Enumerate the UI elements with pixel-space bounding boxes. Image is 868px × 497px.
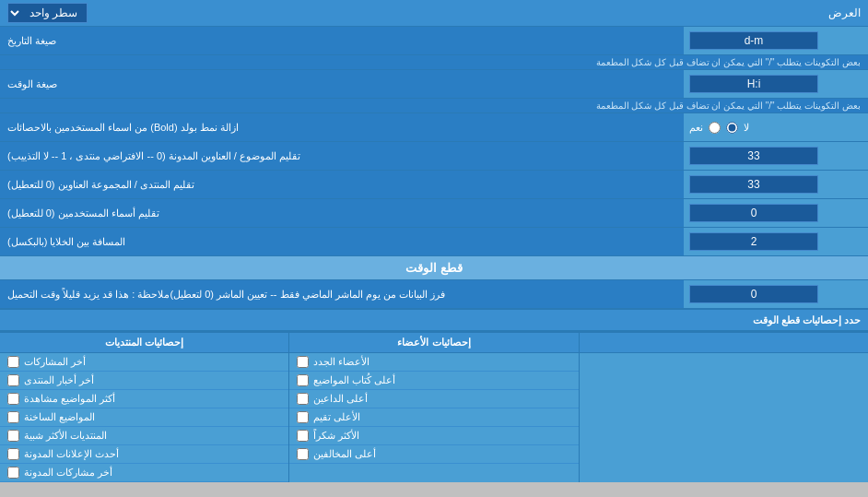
topic-order-label: تقليم الموضوع / العناوين المدونة (0 -- ا… (0, 142, 684, 170)
stats-item-label: أعلى الداعين (313, 393, 368, 405)
topic-order-row: تقليم الموضوع / العناوين المدونة (0 -- ا… (0, 142, 868, 171)
stats-body: الأعضاء الجدد أعلى كُتاب المواضيع أعلى ا… (0, 353, 868, 482)
bold-no-label: لا (744, 122, 749, 134)
forum-order-label: تقليم المنتدى / المجموعة العناوين (0 للت… (0, 171, 684, 198)
stats-forums-col: أخر المشاركات أخر أخبار المنتدى أكثر الم… (0, 353, 288, 482)
time-cut-main-label: فرز البيانات من يوم الماشر الماضي فقط --… (170, 289, 444, 301)
stats-apply-label: حدد إحصائيات قطع الوقت (753, 314, 861, 325)
cell-spacing-label: المسافة بين الخلايا (بالبكسل) (0, 228, 684, 255)
stats-item-checkbox[interactable] (297, 430, 309, 442)
stats-item-checkbox[interactable] (297, 411, 309, 423)
stats-item: أخر مشاركات المدونة (0, 464, 288, 482)
stats-item: الأعلى تقيم (289, 408, 578, 427)
stats-item: أحدث الإعلانات المدونة (0, 445, 288, 464)
stats-item-label: الأعضاء الجدد (313, 356, 369, 368)
stats-item-label: أخر أخبار المنتدى (24, 374, 94, 386)
bold-yes-radio[interactable] (709, 122, 721, 134)
stats-item-checkbox[interactable] (7, 430, 19, 442)
cell-spacing-row: المسافة بين الخلايا (بالبكسل) (0, 228, 868, 256)
stats-item-checkbox[interactable] (7, 448, 19, 460)
stats-col1-header (579, 333, 868, 352)
bold-remove-label: ازالة نمط بولد (Bold) من اسماء المستخدمي… (0, 113, 684, 141)
bold-no-radio[interactable] (726, 122, 738, 134)
time-format-row: صيغة الوقت (0, 70, 868, 99)
bold-radio-group: لا نعم (689, 122, 749, 134)
bold-yes-label: نعم (689, 122, 703, 134)
time-cut-note: ملاحظة : هذا قد يزيد قليلاً وقت التحميل (7, 289, 170, 301)
stats-col2-header: إحصائيات الأعضاء (288, 333, 578, 352)
stats-item: الأكثر شكراً (289, 427, 578, 445)
stats-item-label: الأكثر شكراً (313, 430, 359, 442)
stats-item-label: الأعلى تقيم (313, 411, 360, 423)
topic-order-input-wrapper (684, 144, 868, 168)
time-format-input[interactable] (689, 75, 818, 93)
time-section-header: قطع الوقت (0, 256, 868, 280)
stats-members-col: الأعضاء الجدد أعلى كُتاب المواضيع أعلى ا… (288, 353, 578, 482)
main-container: العرض سطر واحد سطران ثلاثة أسطر صيغة الت… (0, 0, 868, 482)
stats-item-label: أحدث الإعلانات المدونة (24, 448, 119, 460)
stats-item: أخر المشاركات (0, 353, 288, 372)
time-format-label: صيغة الوقت (0, 70, 684, 98)
cell-spacing-input[interactable] (689, 232, 818, 251)
date-format-input-wrapper (684, 29, 868, 53)
bold-radio-wrapper: لا نعم (684, 119, 868, 136)
stats-item: أخر أخبار المنتدى (0, 372, 288, 390)
header-label: العرض (828, 6, 861, 19)
stats-item: الأعضاء الجدد (289, 353, 578, 372)
user-trim-label: تقليم أسماء المستخدمين (0 للتعطيل) (0, 199, 684, 227)
stats-item-checkbox[interactable] (297, 393, 309, 405)
stats-item: المواضيع الساخنة (0, 408, 288, 427)
time-format-input-wrapper (684, 72, 868, 96)
stats-item-label: أخر مشاركات المدونة (24, 467, 112, 479)
top-header-row: العرض سطر واحد سطران ثلاثة أسطر (0, 0, 868, 27)
stats-header-row: إحصائيات الأعضاء إحصائيات المنتديات (0, 333, 868, 353)
date-format-sublabel: بعض التكوينات يتطلب "/" التي يمكن ان تضا… (7, 57, 861, 67)
topic-order-input[interactable] (689, 147, 818, 165)
user-trim-input[interactable] (689, 204, 818, 222)
stats-item: أعلى الداعين (289, 390, 578, 408)
forum-order-input-wrapper (684, 172, 868, 196)
stats-item-checkbox[interactable] (7, 411, 19, 423)
stats-item-label: المواضيع الساخنة (24, 411, 95, 423)
stats-item-label: المنتديات الأكثر شبية (24, 430, 107, 442)
time-format-note-row: بعض التكوينات يتطلب "/" التي يمكن ان تضا… (0, 99, 868, 113)
date-format-label: صيغة التاريخ (0, 27, 684, 54)
user-trim-input-wrapper (684, 201, 868, 225)
stats-item: أعلى كُتاب المواضيع (289, 372, 578, 390)
time-format-sublabel: بعض التكوينات يتطلب "/" التي يمكن ان تضا… (7, 101, 861, 111)
stats-section: إحصائيات الأعضاء إحصائيات المنتديات الأع… (0, 331, 868, 482)
stats-item: أعلى المخالفين (289, 445, 578, 464)
date-format-note-row: بعض التكوينات يتطلب "/" التي يمكن ان تضا… (0, 55, 868, 70)
forum-order-row: تقليم المنتدى / المجموعة العناوين (0 للت… (0, 171, 868, 199)
time-cut-input-wrapper (684, 282, 868, 306)
bold-remove-row: لا نعم ازالة نمط بولد (Bold) من اسماء ال… (0, 113, 868, 142)
view-dropdown[interactable]: سطر واحد سطران ثلاثة أسطر (7, 3, 88, 23)
time-cut-input[interactable] (689, 285, 818, 303)
stats-item-checkbox[interactable] (297, 448, 309, 460)
stats-item-checkbox[interactable] (297, 356, 309, 368)
stats-item-checkbox[interactable] (7, 393, 19, 405)
time-format-main-label: صيغة الوقت (7, 78, 57, 90)
stats-item-checkbox[interactable] (7, 467, 19, 479)
stats-item-label: أعلى المخالفين (313, 448, 376, 460)
stats-empty-col (579, 353, 868, 482)
cell-spacing-input-wrapper (684, 230, 868, 254)
stats-item-label: أخر المشاركات (24, 356, 86, 368)
stats-item: المنتديات الأكثر شبية (0, 427, 288, 445)
stats-item-checkbox[interactable] (297, 374, 309, 386)
time-cut-row: فرز البيانات من يوم الماشر الماضي فقط --… (0, 280, 868, 309)
stats-apply-row: حدد إحصائيات قطع الوقت (0, 309, 868, 331)
stats-item-checkbox[interactable] (7, 356, 19, 368)
stats-item-label: أكثر المواضيع مشاهدة (24, 393, 115, 405)
stats-col3-header: إحصائيات المنتديات (0, 333, 288, 352)
stats-item-label: أعلى كُتاب المواضيع (313, 374, 395, 386)
date-format-row: صيغة التاريخ (0, 27, 868, 55)
stats-item-checkbox[interactable] (7, 374, 19, 386)
stats-item: أكثر المواضيع مشاهدة (0, 390, 288, 408)
time-cut-label: فرز البيانات من يوم الماشر الماضي فقط --… (0, 280, 684, 308)
user-trim-row: تقليم أسماء المستخدمين (0 للتعطيل) (0, 199, 868, 228)
date-format-main-label: صيغة التاريخ (7, 35, 56, 47)
date-format-input[interactable] (689, 31, 818, 50)
forum-order-input[interactable] (689, 175, 818, 194)
